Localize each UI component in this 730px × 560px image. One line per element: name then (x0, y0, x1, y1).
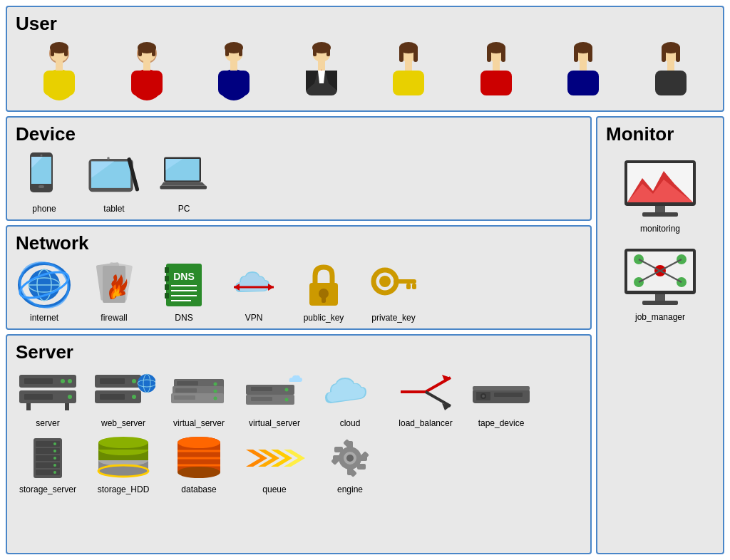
svg-rect-187 (334, 447, 343, 452)
engine-icon (318, 435, 382, 482)
svg-rect-127 (177, 381, 198, 385)
svg-rect-48 (588, 46, 592, 62)
engine-label: engine (337, 484, 363, 494)
svg-rect-129 (174, 395, 195, 400)
private-key-icon (365, 260, 422, 310)
pc-label: PC (178, 204, 190, 214)
svg-rect-26 (327, 46, 330, 56)
network-section: Network inter (6, 225, 592, 330)
svg-point-157 (53, 471, 56, 474)
svg-text:DNS: DNS (173, 271, 195, 282)
svg-point-155 (53, 457, 56, 460)
job-manager-label: job_manager (635, 312, 685, 322)
svg-rect-55 (655, 71, 687, 95)
svg-rect-109 (24, 394, 53, 400)
network-dns: DNS DNS (155, 260, 212, 323)
svg-rect-22 (230, 61, 237, 71)
virtual-server-2-label: virtual_server (249, 418, 300, 428)
svg-point-125 (214, 390, 217, 393)
svg-rect-128 (175, 388, 197, 393)
svg-point-107 (68, 395, 72, 399)
network-public-key: public_key (295, 260, 352, 323)
internet-icon (16, 260, 73, 310)
user-person-4 (293, 41, 350, 105)
phone-label: phone (32, 204, 56, 214)
svg-rect-42 (501, 46, 505, 62)
svg-rect-111 (65, 403, 69, 410)
svg-rect-86 (165, 293, 169, 299)
svg-rect-144 (494, 393, 523, 397)
server-load-balancer: load_balancer (394, 369, 458, 428)
user-person-1 (31, 41, 88, 105)
phone-icon (16, 151, 73, 201)
network-grid: internet firewall (16, 260, 582, 323)
person-icon-4 (293, 41, 350, 105)
device-tablet: tablet (86, 151, 143, 214)
svg-rect-108 (24, 378, 53, 384)
svg-rect-12 (152, 46, 155, 56)
right-column: Monitor (596, 116, 724, 554)
device-title: Device (16, 123, 582, 145)
svg-rect-56 (667, 61, 674, 71)
svg-point-132 (285, 388, 289, 392)
main-layout: Device phone (6, 116, 724, 554)
monitoring-icon (621, 157, 699, 221)
svg-point-168 (178, 467, 220, 478)
svg-rect-184 (357, 464, 366, 470)
svg-rect-41 (487, 46, 491, 62)
person-icon-7 (555, 41, 612, 105)
svg-rect-43 (480, 71, 512, 95)
server-web-server: web_server (91, 369, 155, 428)
network-internet: internet (16, 260, 73, 323)
storage-server-icon (16, 435, 80, 482)
storage-hdd-icon (91, 435, 155, 482)
dns-icon: DNS (155, 260, 212, 310)
server-cloud: cloud (318, 369, 382, 428)
svg-point-133 (285, 398, 289, 402)
svg-rect-7 (56, 61, 63, 71)
web-server-icon (91, 369, 155, 415)
job-manager-icon (621, 245, 699, 309)
svg-rect-60 (38, 185, 44, 188)
svg-rect-102 (412, 284, 416, 289)
svg-rect-4 (64, 46, 68, 56)
user-person-7 (555, 41, 612, 105)
firewall-label: firewall (101, 313, 127, 323)
server-server: server (16, 369, 80, 428)
svg-rect-135 (251, 397, 272, 401)
load-balancer-label: load_balancer (399, 418, 452, 428)
network-title: Network (16, 232, 582, 254)
svg-rect-49 (567, 71, 599, 95)
user-title: User (16, 13, 714, 35)
svg-point-115 (132, 395, 136, 399)
monitor-job-manager: job_manager (621, 245, 699, 322)
left-column: Device phone (6, 116, 592, 554)
svg-rect-3 (51, 46, 54, 56)
server-storage-hdd: storage_HDD (91, 435, 155, 494)
svg-point-156 (53, 464, 56, 467)
tape-device-icon (469, 369, 533, 415)
svg-point-105 (68, 379, 72, 383)
svg-rect-14 (131, 71, 163, 95)
user-section: User (6, 6, 724, 112)
vpn-label: VPN (245, 313, 263, 323)
svg-rect-134 (251, 387, 272, 391)
load-balancer-icon (394, 369, 458, 415)
firewall-icon (86, 260, 143, 310)
storage-server-label: storage_server (19, 484, 76, 494)
svg-rect-28 (318, 61, 325, 71)
svg-point-153 (53, 442, 56, 445)
user-person-2 (118, 41, 175, 105)
server-icon-svg (16, 369, 80, 415)
virtual-server-1-label: virtual_server (173, 418, 225, 428)
web-server-label: web_server (101, 418, 145, 428)
virtual-server-2-icon (242, 369, 307, 415)
database-label: database (181, 484, 216, 494)
monitor-monitoring: monitoring (621, 157, 699, 234)
storage-hdd-label: storage_HDD (98, 484, 150, 494)
server-title: Server (16, 341, 582, 363)
user-row (16, 41, 714, 105)
tape-device-label: tape_device (478, 418, 525, 428)
server-database: database (167, 435, 231, 494)
svg-rect-71 (160, 186, 207, 190)
